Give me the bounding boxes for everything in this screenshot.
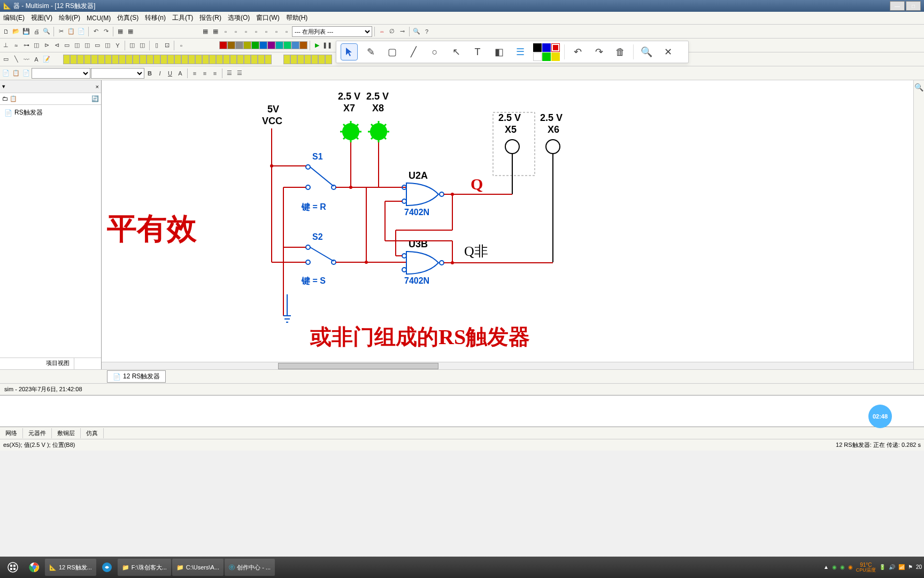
pen-tool[interactable]: ✎ bbox=[362, 43, 379, 60]
pal[interactable] bbox=[311, 55, 318, 64]
help-icon[interactable]: ? bbox=[422, 27, 432, 36]
undo-icon[interactable]: ↶ bbox=[91, 27, 101, 36]
start-button[interactable] bbox=[2, 559, 24, 576]
pointer-tool[interactable] bbox=[341, 43, 358, 60]
task-folder2[interactable]: 📁 C:\Users\A... bbox=[172, 559, 224, 576]
minimize-button[interactable]: — bbox=[890, 1, 905, 11]
menu-options[interactable]: 选项(O) bbox=[225, 12, 253, 24]
pal[interactable] bbox=[174, 55, 181, 64]
tray-icon[interactable]: ◉ bbox=[848, 564, 853, 570]
tray-network-icon[interactable]: 📶 bbox=[898, 564, 905, 570]
ann-close-icon[interactable]: ✕ bbox=[659, 43, 676, 60]
pal[interactable] bbox=[160, 55, 167, 64]
comp-icon[interactable]: ⊡ bbox=[162, 41, 172, 50]
color-gray[interactable] bbox=[235, 41, 243, 49]
pal[interactable] bbox=[133, 55, 140, 64]
tray-volume-icon[interactable]: 🔊 bbox=[889, 564, 895, 570]
color-blue[interactable] bbox=[259, 41, 267, 49]
color-orange[interactable] bbox=[299, 41, 307, 49]
canvas-area[interactable]: 5V VCC 2.5 V 2.5 V X7 X8 bbox=[102, 80, 913, 369]
tray-battery-icon[interactable]: 🔋 bbox=[879, 564, 886, 570]
note-icon[interactable]: 📝 bbox=[42, 55, 51, 64]
pal[interactable] bbox=[297, 55, 304, 64]
pal[interactable] bbox=[167, 55, 174, 64]
p3-icon[interactable]: ⊸ bbox=[397, 27, 407, 36]
align-left-icon[interactable]: ≡ bbox=[190, 69, 199, 78]
b6-icon[interactable]: ▫ bbox=[272, 27, 281, 36]
menu-help[interactable]: 帮助(H) bbox=[283, 12, 311, 24]
pal[interactable] bbox=[84, 55, 91, 64]
pal[interactable] bbox=[202, 55, 209, 64]
ann-color-green[interactable] bbox=[542, 52, 551, 61]
color-teal[interactable] bbox=[275, 41, 283, 49]
comp-icon[interactable]: ⊲ bbox=[52, 41, 61, 50]
pal[interactable] bbox=[258, 55, 265, 64]
ann-trash-icon[interactable]: 🗑 bbox=[612, 43, 629, 60]
font-color-icon[interactable]: A bbox=[175, 69, 185, 78]
text-icon[interactable]: A bbox=[32, 55, 41, 64]
preview-icon[interactable]: 🔍 bbox=[42, 27, 51, 36]
pal[interactable] bbox=[147, 55, 153, 64]
task-chrome[interactable] bbox=[25, 559, 44, 576]
grid-icon[interactable]: ▦ bbox=[201, 27, 210, 36]
pal[interactable] bbox=[283, 55, 290, 64]
menu-mcu[interactable]: MCU(M) bbox=[83, 13, 114, 23]
ann-color-blue[interactable] bbox=[542, 43, 551, 52]
task-ie[interactable]: ⓔ 创作中心 - ... bbox=[225, 559, 275, 576]
color-purple[interactable] bbox=[267, 41, 275, 49]
pal[interactable] bbox=[237, 55, 244, 64]
pal[interactable] bbox=[216, 55, 223, 64]
maximize-button[interactable]: □ bbox=[906, 1, 921, 11]
comp-icon[interactable]: ⊶ bbox=[21, 41, 31, 50]
paste-icon[interactable]: 📄 bbox=[76, 27, 86, 36]
fmt-icon[interactable]: 📋 bbox=[11, 69, 21, 78]
sbt-project[interactable]: 项目视图 bbox=[42, 358, 74, 369]
menu-draw[interactable]: 绘制(P) bbox=[56, 12, 83, 24]
ann-color-white[interactable] bbox=[533, 52, 542, 61]
color-blue2[interactable] bbox=[291, 41, 299, 49]
pal[interactable] bbox=[251, 55, 258, 64]
pal[interactable] bbox=[318, 55, 325, 64]
menu-report[interactable]: 报告(R) bbox=[196, 12, 225, 24]
pal[interactable] bbox=[63, 55, 70, 64]
ann-redo-icon[interactable]: ↷ bbox=[590, 43, 607, 60]
comp-icon[interactable]: ◫ bbox=[82, 41, 92, 50]
menu-view[interactable]: 视图(V) bbox=[28, 12, 56, 24]
size-combo[interactable] bbox=[91, 68, 144, 79]
pal[interactable] bbox=[112, 55, 119, 64]
task-app2[interactable] bbox=[97, 559, 117, 576]
copy-icon[interactable]: 📋 bbox=[66, 27, 76, 36]
btab-net[interactable]: 网络 bbox=[0, 428, 23, 438]
comp-icon[interactable]: ◫ bbox=[72, 41, 82, 50]
circle-tool[interactable]: ○ bbox=[426, 43, 443, 60]
pal[interactable] bbox=[188, 55, 195, 64]
menu-transfer[interactable]: 转移(n) bbox=[142, 12, 169, 24]
align-center-icon[interactable]: ≡ bbox=[200, 69, 210, 78]
tree-item-rs[interactable]: 📄 RS触发器 bbox=[2, 107, 99, 118]
color-olive[interactable] bbox=[243, 41, 251, 49]
list-icon[interactable]: ☰ bbox=[235, 69, 244, 78]
tb-btn-a[interactable]: ▦ bbox=[116, 27, 125, 36]
tb-btn-b[interactable]: ▦ bbox=[126, 27, 135, 36]
pal[interactable] bbox=[265, 55, 272, 64]
pal[interactable] bbox=[195, 55, 202, 64]
redo-icon[interactable]: ↷ bbox=[101, 27, 111, 36]
color-red[interactable] bbox=[219, 41, 227, 49]
comp-icon[interactable]: Y bbox=[113, 41, 122, 50]
color-green2[interactable] bbox=[283, 41, 291, 49]
bold-icon[interactable]: B bbox=[145, 69, 155, 78]
arrow-tool[interactable]: ↖ bbox=[448, 43, 465, 60]
tray-icon[interactable]: ◉ bbox=[832, 564, 837, 570]
underline-icon[interactable]: U bbox=[165, 69, 175, 78]
comp-icon[interactable]: ▫ bbox=[176, 41, 186, 50]
horizontal-scrollbar[interactable] bbox=[102, 362, 913, 369]
pal[interactable] bbox=[304, 55, 311, 64]
curve-icon[interactable]: 〰 bbox=[21, 55, 31, 64]
highlight-tool[interactable]: ☰ bbox=[512, 43, 529, 60]
task-multisim[interactable]: 📐 12 RS触发... bbox=[45, 559, 96, 576]
comp-icon[interactable]: ▭ bbox=[62, 41, 72, 50]
pause-icon[interactable]: ❚❚ bbox=[322, 41, 332, 50]
zoom-icon[interactable]: 🔍 bbox=[412, 27, 421, 36]
menu-tools[interactable]: 工具(T) bbox=[169, 12, 196, 24]
pal[interactable] bbox=[98, 55, 105, 64]
